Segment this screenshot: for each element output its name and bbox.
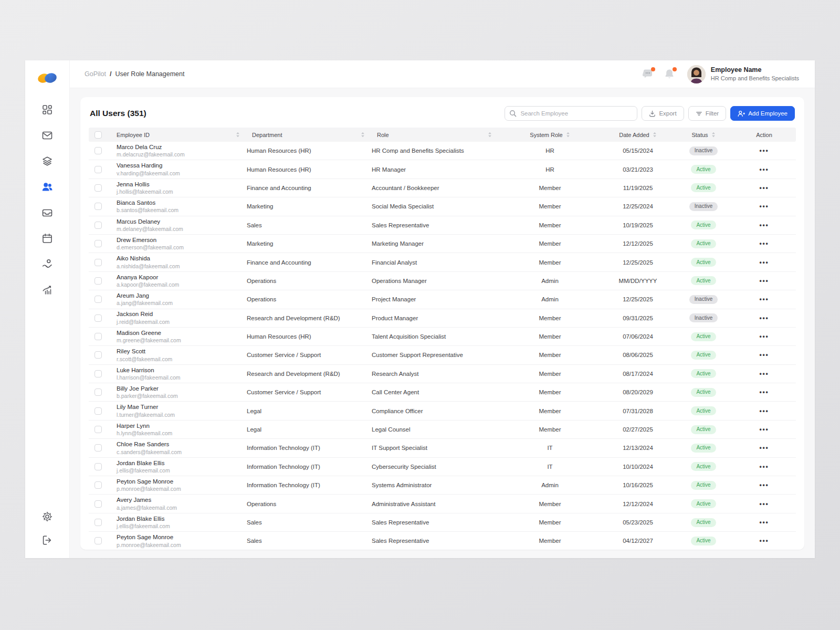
row-actions-menu-icon[interactable]: ••• bbox=[759, 388, 769, 396]
row-checkbox-cell bbox=[89, 388, 111, 396]
status-cell: Active bbox=[675, 406, 732, 415]
row-checkbox[interactable] bbox=[94, 463, 102, 470]
row-actions-menu-icon[interactable]: ••• bbox=[759, 463, 769, 470]
row-actions-menu-icon[interactable]: ••• bbox=[759, 203, 769, 210]
employee-name: Riley Scott bbox=[117, 348, 242, 355]
row-actions-menu-icon[interactable]: ••• bbox=[759, 426, 769, 433]
row-checkbox[interactable] bbox=[94, 333, 102, 340]
row-checkbox[interactable] bbox=[94, 481, 102, 489]
status-cell: Active bbox=[675, 276, 732, 285]
layers-icon[interactable] bbox=[41, 155, 54, 167]
row-checkbox[interactable] bbox=[94, 370, 102, 377]
select-all-checkbox[interactable] bbox=[94, 131, 102, 139]
chat-icon[interactable] bbox=[642, 68, 655, 80]
filter-button[interactable]: Filter bbox=[688, 106, 727, 121]
row-checkbox[interactable] bbox=[94, 444, 102, 452]
benefits-icon[interactable] bbox=[41, 258, 54, 270]
sort-icon[interactable] bbox=[711, 132, 716, 138]
column-header-role[interactable]: Role bbox=[372, 132, 499, 138]
row-actions-menu-icon[interactable]: ••• bbox=[759, 444, 769, 452]
employee-id-cell: Madison Greene m.greene@fakeemail.com bbox=[111, 329, 247, 344]
row-checkbox[interactable] bbox=[94, 314, 102, 322]
column-label: Employee ID bbox=[117, 132, 150, 138]
user-profile[interactable]: Employee Name HR Comp and Benefits Speci… bbox=[687, 65, 799, 83]
row-checkbox[interactable] bbox=[94, 240, 102, 247]
row-actions-menu-icon[interactable]: ••• bbox=[759, 314, 769, 322]
sort-icon[interactable] bbox=[236, 132, 240, 138]
sort-icon[interactable] bbox=[566, 132, 570, 138]
column-label: System Role bbox=[530, 132, 562, 138]
app-window: GoPilot / User Role Management bbox=[25, 60, 815, 558]
row-actions-menu-icon[interactable]: ••• bbox=[759, 407, 769, 415]
employee-email: b.santos@fakeemail.com bbox=[117, 207, 242, 214]
bell-icon[interactable] bbox=[664, 68, 676, 80]
row-checkbox[interactable] bbox=[94, 388, 102, 396]
status-badge: Active bbox=[691, 332, 716, 341]
row-checkbox[interactable] bbox=[94, 147, 102, 154]
row-actions-menu-icon[interactable]: ••• bbox=[759, 519, 769, 526]
date-added-cell: 12/12/2024 bbox=[601, 501, 675, 507]
column-header-date-added[interactable]: Date Added bbox=[601, 132, 675, 138]
sort-icon[interactable] bbox=[361, 132, 365, 138]
row-checkbox[interactable] bbox=[94, 426, 102, 433]
row-actions-menu-icon[interactable]: ••• bbox=[759, 296, 769, 303]
row-actions-menu-icon[interactable]: ••• bbox=[759, 370, 769, 377]
inbox-icon[interactable] bbox=[41, 206, 54, 219]
employee-email: a.nishida@fakeemail.com bbox=[117, 263, 242, 270]
employee-email: j.hollis@fakeemail.com bbox=[117, 188, 242, 195]
logout-icon[interactable] bbox=[41, 534, 54, 547]
department-cell: Operations bbox=[247, 501, 372, 507]
row-checkbox[interactable] bbox=[94, 184, 102, 192]
sidebar-nav bbox=[41, 103, 54, 296]
row-checkbox[interactable] bbox=[94, 222, 102, 229]
sort-icon[interactable] bbox=[488, 132, 492, 138]
status-badge: Active bbox=[691, 388, 716, 397]
row-checkbox[interactable] bbox=[94, 407, 102, 415]
employee-name: Areum Jang bbox=[117, 292, 242, 299]
action-cell: ••• bbox=[732, 407, 796, 415]
row-actions-menu-icon[interactable]: ••• bbox=[759, 184, 769, 192]
column-header-status[interactable]: Status bbox=[675, 132, 732, 138]
row-checkbox[interactable] bbox=[94, 203, 102, 210]
row-actions-menu-icon[interactable]: ••• bbox=[759, 481, 769, 489]
status-badge: Active bbox=[691, 276, 716, 285]
mail-icon[interactable] bbox=[41, 129, 54, 142]
row-checkbox-cell bbox=[89, 184, 111, 192]
status-cell: Active bbox=[675, 239, 732, 248]
column-header-employee-id[interactable]: Employee ID bbox=[111, 132, 247, 138]
column-header-system-role[interactable]: System Role bbox=[499, 132, 601, 138]
settings-gear-icon[interactable] bbox=[41, 510, 54, 523]
employee-email: p.monroe@fakeemail.com bbox=[117, 486, 242, 492]
row-checkbox[interactable] bbox=[94, 277, 102, 285]
role-cell: Marketing Manager bbox=[372, 240, 499, 247]
row-actions-menu-icon[interactable]: ••• bbox=[759, 222, 769, 229]
breadcrumb-root[interactable]: GoPilot bbox=[85, 70, 106, 78]
row-actions-menu-icon[interactable]: ••• bbox=[759, 166, 769, 173]
column-header-department[interactable]: Department bbox=[247, 132, 372, 138]
row-actions-menu-icon[interactable]: ••• bbox=[759, 240, 769, 247]
row-actions-menu-icon[interactable]: ••• bbox=[759, 537, 769, 544]
dashboard-icon[interactable] bbox=[41, 103, 54, 116]
row-actions-menu-icon[interactable]: ••• bbox=[759, 500, 769, 508]
row-checkbox[interactable] bbox=[94, 259, 102, 266]
row-actions-menu-icon[interactable]: ••• bbox=[759, 351, 769, 359]
row-checkbox[interactable] bbox=[94, 519, 102, 526]
row-checkbox[interactable] bbox=[94, 500, 102, 508]
date-added-cell: 12/25/2025 bbox=[601, 296, 675, 302]
analytics-icon[interactable] bbox=[41, 284, 54, 296]
employee-name: Peyton Sage Monroe bbox=[117, 533, 242, 541]
row-checkbox[interactable] bbox=[94, 537, 102, 544]
row-actions-menu-icon[interactable]: ••• bbox=[759, 333, 769, 340]
calendar-icon[interactable] bbox=[41, 232, 54, 245]
row-actions-menu-icon[interactable]: ••• bbox=[759, 147, 769, 154]
search-input[interactable] bbox=[505, 106, 637, 121]
row-checkbox[interactable] bbox=[94, 166, 102, 173]
row-checkbox[interactable] bbox=[94, 296, 102, 303]
add-employee-button[interactable]: Add Employee bbox=[730, 106, 795, 121]
export-button[interactable]: Export bbox=[642, 106, 684, 121]
row-checkbox[interactable] bbox=[94, 351, 102, 359]
row-actions-menu-icon[interactable]: ••• bbox=[759, 277, 769, 285]
row-actions-menu-icon[interactable]: ••• bbox=[759, 259, 769, 266]
sort-icon[interactable] bbox=[653, 132, 657, 138]
users-icon[interactable] bbox=[41, 181, 54, 193]
